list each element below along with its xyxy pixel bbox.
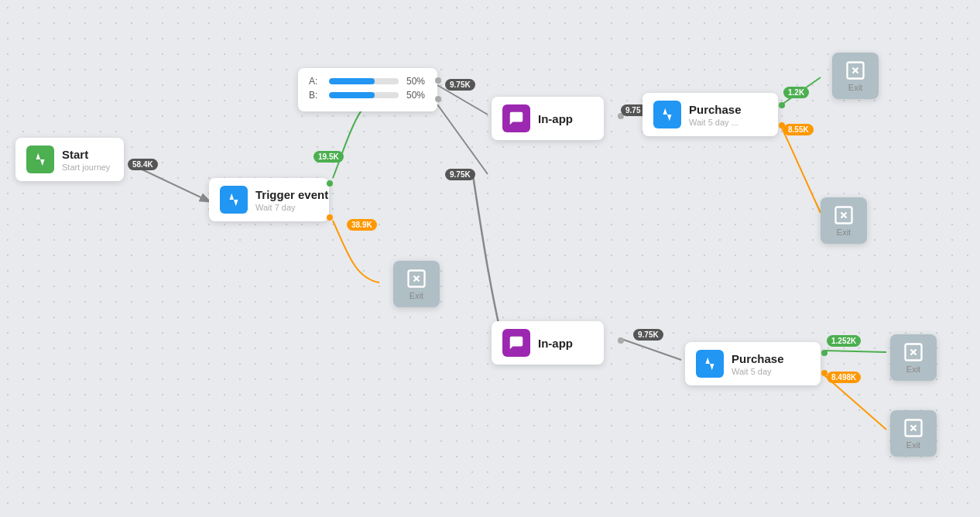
exit-mid-right-label: Exit	[837, 228, 851, 237]
trigger-badge-bottom: 38.9K	[347, 219, 377, 231]
inapp-bottom-label: In-app	[538, 337, 573, 350]
abtest-badge: 9.75K	[445, 79, 475, 91]
purchase-bottom-badge-green: 1.252K	[827, 335, 861, 347]
exit-top-right-label: Exit	[848, 83, 862, 92]
inapp-top-node[interactable]: In-app	[492, 97, 604, 140]
purchase-top-sublabel: Wait 5 day ...	[689, 118, 742, 127]
inapp-bottom-node[interactable]: In-app	[492, 321, 604, 365]
trigger-icon	[220, 186, 248, 214]
start-node[interactable]: Start Start journey	[15, 138, 124, 181]
purchase-bottom-dot-green	[821, 350, 828, 356]
ab-b-label: B:	[309, 90, 324, 101]
ab-a-pct: 50%	[406, 76, 425, 87]
exit-top-right-node[interactable]: Exit	[832, 53, 879, 99]
exit-mid-right-node[interactable]: Exit	[821, 197, 867, 244]
start-label: Start	[62, 148, 110, 161]
purchase-bottom-node[interactable]: Purchase Wait 5 day	[685, 342, 821, 385]
purchase-top-dot-green	[779, 102, 785, 108]
inapp-top-label: In-app	[538, 112, 573, 125]
purchase-top-label: Purchase	[689, 103, 742, 116]
start-badge: 58.4K	[128, 159, 158, 170]
exit-far-bottom-label: Exit	[906, 440, 920, 450]
inapp-top-icon	[502, 104, 530, 132]
exit-bottom-right-node[interactable]: Exit	[890, 334, 937, 381]
exit-far-bottom-node[interactable]: Exit	[890, 410, 937, 457]
ab-a-label: A:	[309, 76, 324, 87]
flow-badge-975: 9.75K	[445, 169, 475, 180]
exit-bottom-right-label: Exit	[906, 365, 920, 374]
ab-b-bar	[329, 92, 399, 98]
purchase-top-badge-orange: 8.55K	[783, 124, 814, 135]
exit-mid-node[interactable]: Exit	[393, 261, 440, 307]
inapp-bottom-dot	[618, 337, 624, 344]
abtest-dot-bottom	[435, 96, 441, 102]
trigger-dot-top	[327, 180, 333, 187]
inapp-bottom-badge: 9.75K	[633, 329, 663, 341]
trigger-badge-top: 19.5K	[314, 151, 344, 163]
purchase-top-node[interactable]: Purchase Wait 5 day ...	[642, 93, 778, 136]
ab-a-bar	[329, 78, 399, 84]
purchase-bottom-label: Purchase	[732, 352, 784, 365]
trigger-dot-bottom	[327, 214, 333, 221]
purchase-bottom-sublabel: Wait 5 day	[732, 367, 784, 376]
purchase-bottom-badge-orange: 8.498K	[827, 371, 861, 383]
purchase-bottom-icon	[696, 350, 724, 378]
trigger-label: Trigger event	[255, 188, 328, 201]
abtest-dot-top	[435, 77, 441, 84]
purchase-top-icon	[653, 101, 681, 128]
purchase-top-badge-green: 1.2K	[783, 87, 809, 98]
ab-b-pct: 50%	[406, 90, 425, 101]
start-sublabel: Start journey	[62, 163, 110, 172]
abtest-node[interactable]: A: 50% B: 50%	[298, 68, 437, 111]
exit-mid-label: Exit	[409, 291, 423, 300]
trigger-sublabel: Wait 7 day	[255, 203, 328, 212]
start-icon	[26, 146, 54, 173]
trigger-node[interactable]: Trigger event Wait 7 day	[209, 178, 329, 221]
inapp-bottom-icon	[502, 329, 530, 357]
